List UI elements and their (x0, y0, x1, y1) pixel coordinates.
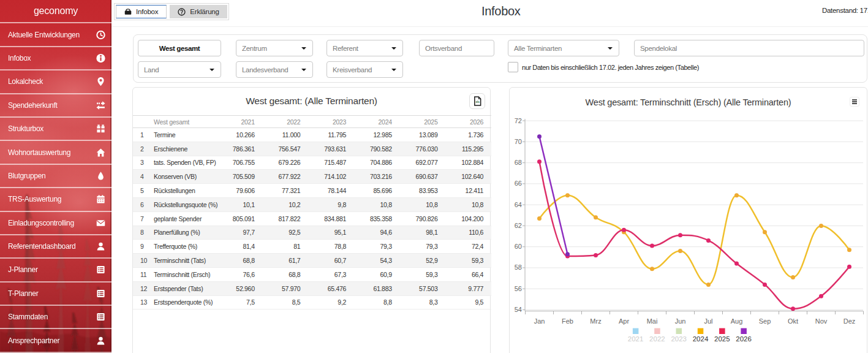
svg-text:xls: xls (475, 101, 480, 104)
svg-text:66: 66 (515, 180, 522, 187)
svg-text:Sep: Sep (759, 317, 771, 325)
svg-text:Jul: Jul (704, 317, 712, 325)
svg-text:Jun: Jun (675, 317, 686, 325)
svg-text:60: 60 (515, 243, 522, 250)
svg-text:Okt: Okt (788, 317, 798, 325)
svg-text:2022: 2022 (649, 335, 665, 343)
svg-text:2024: 2024 (693, 335, 709, 343)
svg-text:2021: 2021 (628, 335, 644, 343)
svg-text:58: 58 (515, 264, 522, 271)
svg-text:2025: 2025 (714, 335, 730, 343)
svg-text:Dez: Dez (843, 317, 856, 325)
svg-text:Nov: Nov (815, 317, 828, 325)
svg-text:Mrz: Mrz (590, 317, 601, 325)
svg-text:62: 62 (515, 222, 522, 229)
svg-text:Aug: Aug (731, 317, 743, 325)
svg-text:72: 72 (515, 117, 522, 124)
svg-text:54: 54 (515, 306, 522, 313)
svg-text:Feb: Feb (562, 317, 573, 325)
svg-text:68: 68 (515, 159, 522, 166)
svg-text:Mai: Mai (647, 317, 658, 325)
svg-text:56: 56 (515, 285, 522, 292)
svg-text:70: 70 (515, 138, 522, 145)
svg-text:64: 64 (515, 201, 522, 208)
svg-text:2026: 2026 (736, 335, 752, 343)
svg-text:2023: 2023 (671, 335, 687, 343)
svg-text:Jan: Jan (534, 317, 545, 325)
svg-text:Apr: Apr (619, 317, 629, 325)
